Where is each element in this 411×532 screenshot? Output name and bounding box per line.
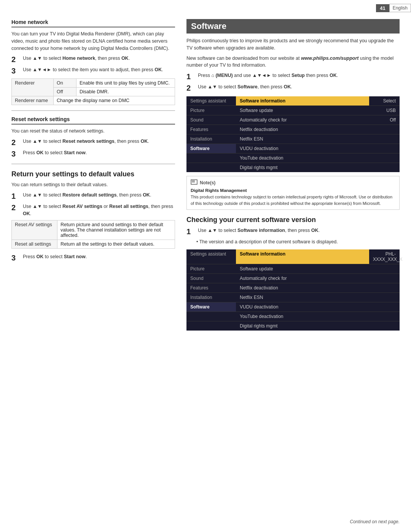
step-number: 2 [11,138,21,147]
on-description: Enable this unit to play files by using … [76,79,175,88]
home-network-section: Home network You can turn your TV into D… [11,19,175,105]
step-number: 1 [11,192,21,201]
step-2-reset: 2 Use ▲▼ to select Reset network setting… [11,138,175,147]
language-label: English [389,4,411,12]
step-3-home-network: 3 Use ▲▼◄► to select the item you want t… [11,66,175,75]
page-header: 41 English [376,4,411,12]
checking-bullet: • The version and a description of the c… [196,238,400,246]
off-label: Off [54,88,76,96]
step-3-start: 3 Press OK to select Start now. [11,253,175,262]
off-description: Disable DMR. [76,88,175,96]
notes-box: Note(s) Digital Rights Management This p… [186,176,400,210]
reset-table: Reset AV settings Return picture and sou… [11,220,175,249]
menu-col3 [369,302,400,312]
menu-col2: Software information [236,96,369,105]
step-number: 2 [186,83,196,93]
menu-col3: PHL-XXXX_XXX_X [369,249,400,264]
page-footer: Continued on next page. [350,519,400,524]
menu-col1-active: Software [186,144,236,153]
table-row: Reset AV settings Return picture and sou… [12,220,175,240]
step-text: Use ▲▼ to select Home network, then pres… [23,55,130,62]
step-text: Use ▲▼ to select Reset network settings,… [23,138,149,145]
step-text: Press OK to select Start now. [23,253,87,260]
step-1-checking: 1 Use ▲▼ to select Software information,… [186,227,400,236]
reset-av-label: Reset AV settings [12,220,57,240]
return-settings-section: Return your settings to default values Y… [11,170,175,262]
website-link: www.philips.com/support [301,56,359,61]
menu-col1: Picture [186,264,236,273]
menu-col2: Automatically check for [236,274,369,283]
menu-row: Features Netflix deactivation [186,283,400,293]
step-number: 3 [11,66,21,75]
menu-row: YouTube deactivation [186,312,400,321]
step-text: Use ▲▼ to select Software, then press OK… [198,83,292,91]
menu-col2: Software update [236,106,369,115]
menu-col1: Picture [186,106,236,115]
reset-network-section: Reset network settings You can reset the… [11,116,175,158]
menu-row: Installation Netflix ESN [186,293,400,302]
tv-menu-software: Settings assistant Software information … [186,96,400,172]
software-intro1: Philips continuously tries to improve it… [186,37,400,52]
menu-col2: Netflix ESN [236,293,369,302]
menu-row: Settings assistant Software information … [186,96,400,106]
reset-av-description: Return picture and sound settings to the… [57,220,175,240]
notes-header: Note(s) [191,179,395,186]
menu-col1: Sound [186,115,236,125]
menu-col2: Netflix deactivation [236,283,369,292]
menu-row: Software VUDU deactivation [186,302,400,312]
home-network-title: Home network [11,19,175,27]
step-number: 1 [186,72,196,81]
renderer-name-description: Change the display name on DMC [54,96,175,105]
menu-col3 [369,321,400,331]
menu-col2: Netflix ESN [236,134,369,144]
menu-col1: Installation [186,134,236,144]
menu-row: Features Netflix deactivation [186,125,400,134]
step-number: 3 [11,149,21,158]
software-section: Software Philips continuously tries to i… [186,19,400,210]
software-intro2: New software can be downloaded from our … [186,55,400,69]
menu-row: YouTube deactivation [186,153,400,163]
reset-all-label: Reset all settings [12,240,57,249]
home-network-body: You can turn your TV into Digital Media … [11,30,175,52]
menu-col1: Features [186,283,236,292]
divider [11,164,175,164]
step-3-reset: 3 Press OK to select Start now. [11,149,175,158]
menu-col1 [186,163,236,172]
step-1-restore: 1 Use ▲▼ to select Restore default setti… [11,192,175,201]
menu-col3: Off [369,115,400,125]
menu-col3 [369,293,400,302]
menu-col3 [369,264,400,273]
checking-section: Checking your current software version 1… [186,216,400,331]
step-number: 3 [11,253,21,262]
menu-col1: Settings assistant [186,96,236,105]
step-1-press-menu: 1 Press ⌂ (MENU) and use ▲▼◄► to select … [186,72,400,81]
software-title: Software [186,19,400,34]
menu-col2: Software update [236,264,369,273]
step-text: Press OK to select Start now. [23,149,87,157]
menu-row: Software VUDU deactivation [186,144,400,153]
page-number: 41 [376,4,389,12]
menu-col3 [369,144,400,153]
menu-col3 [369,283,400,292]
menu-col3 [369,312,400,321]
menu-col2: Automatically check for [236,115,369,125]
menu-col2: YouTube deactivation [236,153,369,163]
menu-col1: Settings assistant [186,249,236,264]
step-text: Press ⌂ (MENU) and use ▲▼◄► to select Se… [198,72,338,79]
note-title: Digital Rights Management [191,188,395,193]
checking-title: Checking your current software version [186,216,400,224]
table-row: Reset all settings Return all the settin… [12,240,175,249]
menu-col1 [186,312,236,321]
reset-all-description: Return all the settings to their default… [57,240,175,249]
step-number: 2 [11,55,21,64]
menu-col2: Netflix deactivation [236,125,369,134]
menu-col1: Installation [186,293,236,302]
menu-row: Picture Software update [186,264,400,274]
menu-col2: VUDU deactivation [236,302,369,312]
reset-network-body: You can reset the status of network sett… [11,128,175,135]
reset-network-title: Reset network settings [11,116,175,125]
menu-col3 [369,134,400,144]
left-column: Home network You can turn your TV into D… [11,19,175,334]
menu-row: Installation Netflix ESN [186,134,400,144]
menu-col1: Sound [186,274,236,283]
